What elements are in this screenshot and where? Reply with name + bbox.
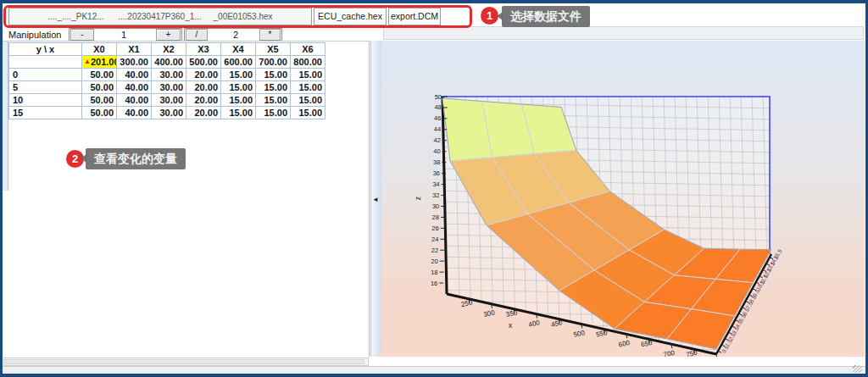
- map-cell[interactable]: 50.00: [82, 81, 117, 94]
- surface-plot-panel: 504846444240383634323028262422201816z250…: [381, 41, 865, 357]
- svg-text:48: 48: [434, 103, 441, 111]
- map-cell[interactable]: 50.00: [82, 107, 117, 119]
- svg-text:300: 300: [483, 308, 496, 319]
- svg-text:34: 34: [432, 180, 439, 188]
- map-cell[interactable]: 30.00: [152, 94, 186, 107]
- x-axis-value-selected[interactable]: ▲201.00: [82, 56, 117, 69]
- annotation-tooltip-select-data-file: 选择数据文件: [502, 6, 590, 27]
- annotation-tooltip-view-variables: 查看变化的变量: [86, 148, 186, 169]
- map-cell[interactable]: 40.00: [117, 69, 152, 81]
- map-cell[interactable]: 15.00: [256, 107, 291, 119]
- x-axis-value[interactable]: 700.00: [256, 56, 291, 69]
- map-cell[interactable]: 15.00: [221, 69, 256, 81]
- column-header-x4: X4: [221, 43, 256, 56]
- map-cell[interactable]: 15.00: [221, 94, 256, 107]
- collapse-left-icon[interactable]: ◄: [372, 196, 379, 203]
- map-cell[interactable]: 40.00: [117, 94, 152, 107]
- map-cell[interactable]: 15.00: [291, 94, 326, 107]
- x-axis-value[interactable]: 600.00: [221, 56, 256, 69]
- sort-up-icon: ▲: [84, 56, 91, 68]
- svg-text:16: 16: [431, 280, 437, 287]
- svg-text:46: 46: [434, 114, 441, 122]
- map-cell[interactable]: 50.00: [82, 94, 117, 107]
- tab-hex-file[interactable]: ...._...._PK12... ....20230417P360_1... …: [8, 8, 312, 25]
- window-border-left: [0, 0, 3, 377]
- row-header-y5: 5: [9, 81, 82, 94]
- map-cell[interactable]: 50.00: [82, 69, 117, 81]
- map-cell[interactable]: 20.00: [186, 69, 221, 81]
- svg-text:50: 50: [435, 93, 442, 101]
- map-cell[interactable]: 30.00: [152, 69, 186, 81]
- svg-text:44: 44: [434, 125, 441, 133]
- add-step-value[interactable]: 1: [111, 30, 136, 40]
- svg-text:700: 700: [663, 349, 676, 357]
- map-cell[interactable]: 30.00: [152, 107, 186, 119]
- x-axis-value[interactable]: 500.00: [186, 56, 221, 69]
- status-bar: [3, 366, 865, 374]
- toolbar-filler-strip: [383, 26, 864, 40]
- map-cell[interactable]: 15.00: [256, 94, 291, 107]
- column-header-x3: X3: [186, 43, 221, 56]
- map-cell[interactable]: 40.00: [117, 81, 152, 94]
- decrement-button[interactable]: -: [70, 29, 94, 41]
- map-cell[interactable]: 20.00: [186, 107, 221, 119]
- increment-button[interactable]: +: [156, 29, 181, 41]
- svg-text:15.5: 15.5: [772, 247, 783, 260]
- row-header-y15: 15: [9, 107, 82, 119]
- svg-text:26: 26: [431, 225, 438, 232]
- svg-text:750: 750: [685, 349, 698, 357]
- svg-text:550: 550: [595, 329, 608, 339]
- app-window: ...._...._PK12... ....20230417P360_1... …: [0, 0, 868, 377]
- horizontal-scrollbar[interactable]: [3, 358, 369, 366]
- calibration-map-table: y \ xX0X1X2X3X4X5X6▲201.00300.00400.0050…: [8, 42, 326, 119]
- svg-text:650: 650: [640, 339, 653, 349]
- tab-ecu-cache[interactable]: ECU_cache.hex: [314, 8, 387, 25]
- left-mini-scrollbar[interactable]: [3, 41, 8, 191]
- window-border-top: [0, 0, 868, 3]
- factor-value[interactable]: 2: [223, 30, 248, 40]
- x-axis-value[interactable]: 400.00: [152, 56, 186, 69]
- x-axis-value: 201.00: [91, 56, 117, 68]
- column-header-x6: X6: [291, 43, 326, 56]
- map-cell[interactable]: 20.00: [186, 81, 221, 94]
- svg-text:x: x: [509, 321, 513, 330]
- map-cell[interactable]: 20.00: [186, 94, 221, 107]
- window-border-bottom: [0, 374, 868, 377]
- svg-text:42: 42: [434, 136, 441, 144]
- svg-text:30: 30: [432, 202, 439, 210]
- svg-text:22: 22: [431, 247, 438, 254]
- svg-text:z: z: [414, 197, 422, 200]
- resize-grip-icon[interactable]: [853, 365, 862, 373]
- svg-text:250: 250: [460, 298, 473, 308]
- table-corner-header: y \ x: [9, 43, 82, 56]
- map-cell[interactable]: 30.00: [152, 81, 186, 94]
- left-panel-edge: [369, 41, 370, 357]
- panel-splitter[interactable]: ◄: [370, 41, 381, 357]
- svg-text:36: 36: [433, 169, 440, 177]
- x-axis-value[interactable]: 300.00: [117, 56, 152, 69]
- scrollbar-thumb[interactable]: [5, 359, 364, 364]
- multiply-button[interactable]: *: [259, 29, 281, 41]
- svg-text:40: 40: [433, 147, 440, 155]
- row-header-y0: 0: [9, 69, 82, 81]
- map-cell[interactable]: 40.00: [117, 107, 152, 119]
- map-cell[interactable]: 15.00: [221, 107, 256, 119]
- map-cell[interactable]: 15.00: [256, 81, 291, 94]
- svg-text:28: 28: [432, 213, 439, 221]
- tab-export-dcm[interactable]: export.DCM: [388, 8, 441, 25]
- annotation-badge-1: 1: [481, 7, 498, 25]
- map-cell[interactable]: 15.00: [256, 69, 291, 81]
- svg-text:32: 32: [432, 191, 439, 199]
- x-axis-row-label: [9, 56, 82, 69]
- svg-text:38: 38: [433, 158, 440, 166]
- map-cell[interactable]: 15.00: [291, 69, 326, 81]
- svg-text:18: 18: [431, 269, 437, 276]
- divide-button[interactable]: /: [186, 29, 208, 41]
- map-cell[interactable]: 15.00: [291, 81, 326, 94]
- map-cell[interactable]: 15.00: [221, 81, 256, 94]
- x-axis-value[interactable]: 800.00: [291, 56, 326, 69]
- toolbar-divider: [3, 41, 370, 42]
- svg-text:400: 400: [528, 319, 541, 329]
- map-cell[interactable]: 15.00: [291, 107, 326, 119]
- 3d-surface-plot[interactable]: 504846444240383634323028262422201816z250…: [381, 41, 865, 357]
